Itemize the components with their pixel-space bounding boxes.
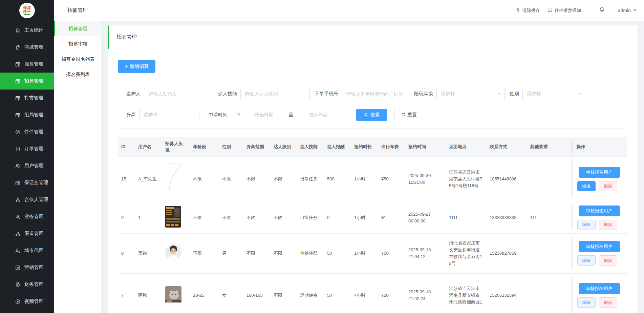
skill-input[interactable]	[240, 88, 310, 100]
column-header: 招募人头像	[162, 137, 190, 156]
sidebar-item[interactable]: 组局管理	[0, 106, 54, 123]
order-phone-input[interactable]	[342, 88, 409, 100]
table-row: 9 1 不限	[118, 202, 627, 233]
edit-button[interactable]: 编辑	[577, 181, 596, 191]
edit-button[interactable]: 编辑	[577, 220, 596, 230]
submenu-item[interactable]: 报名费列表	[54, 67, 101, 82]
edit-button[interactable]: 编辑	[577, 297, 596, 308]
sidebar-nav: 主页统计 商城管理 服务管理 招募管理 打赏管理	[0, 21, 54, 313]
brand-logo: 伴搭 伴子	[19, 3, 35, 18]
clear-cache-button[interactable]: 清除缓存	[515, 7, 540, 14]
sidebar-item[interactable]: 财务管理	[0, 276, 54, 293]
sidebar-item[interactable]: 招募管理	[0, 73, 54, 90]
submenu-item[interactable]: 招募令报名列表	[54, 52, 101, 67]
skill-label: 达人技能	[218, 91, 237, 97]
play-circle-icon	[15, 299, 21, 305]
add-recruitment-button[interactable]: + 新增招募	[118, 60, 155, 73]
sidebar-item[interactable]: 视频管理	[0, 293, 54, 310]
sidebar-item[interactable]: 业务管理	[0, 208, 54, 225]
cell-appoint-time: 2025-09-27 00:00:00	[405, 202, 446, 233]
cell-filler	[569, 202, 573, 233]
cell-filler	[569, 273, 573, 313]
broken-image-icon[interactable]	[165, 162, 184, 196]
sidebar-item[interactable]: 主页统计	[0, 22, 54, 39]
delete-button[interactable]: 删除	[599, 297, 617, 308]
review-applicants-button[interactable]: 审核报名用户	[579, 167, 620, 178]
cell-actions: 审核报名用户 编辑 删除	[573, 233, 627, 273]
column-header: 达人报酬	[324, 137, 351, 156]
column-header: 联系方式	[486, 137, 527, 156]
cell-other	[527, 233, 569, 273]
sidebar-item[interactable]: 城市代理	[0, 242, 54, 259]
page-title: 招募管理	[108, 25, 638, 49]
edit-button[interactable]: 编辑	[577, 255, 596, 266]
sidebar-item[interactable]: 保证金管理	[0, 174, 54, 191]
sidebar-item[interactable]: 用户管理	[0, 157, 54, 174]
cell-talent-pay: 0	[324, 202, 351, 233]
sidebar-item[interactable]: 订单管理	[0, 140, 54, 157]
notifications-bell-button[interactable]	[599, 6, 605, 14]
review-applicants-button[interactable]: 审核报名用户	[579, 283, 620, 294]
order-phone-label: 下单手机号	[315, 91, 338, 97]
sidebar-item-label: 招募管理	[24, 78, 43, 84]
sidebar-item-label: 财务管理	[24, 281, 43, 288]
sidebar-item[interactable]: 伴伴管理	[0, 123, 54, 140]
username: admin	[618, 8, 631, 13]
cell-travel-fee: ¥50	[378, 156, 405, 202]
cell-avatar	[162, 233, 190, 273]
submenu-item[interactable]: 招募管理	[54, 21, 101, 36]
sidebar-item-label: 业务管理	[24, 214, 43, 220]
delete-button[interactable]: 删除	[599, 220, 617, 230]
topbar: 清除缓存 伴伴求救通知 admin	[101, 0, 644, 21]
sidebar-item[interactable]: 营销管理	[0, 259, 54, 276]
share-nodes-icon	[15, 231, 21, 237]
cell-appoint-time: 2025-09-30 11:31:00	[405, 156, 446, 202]
cell-actions: 审核报名用户 编辑 删除	[573, 202, 627, 233]
cell-address: 1111	[446, 202, 486, 233]
apply-time-range-picker[interactable]: 开始日期 至 结束日期	[231, 109, 346, 121]
submenu-item[interactable]: 招募审核	[54, 36, 101, 52]
review-applicants-button[interactable]: 审核报名用户	[579, 206, 620, 216]
avatar-image[interactable]	[165, 286, 181, 305]
avatar-image[interactable]	[165, 206, 181, 230]
submenu-item-label: 招募管理	[69, 26, 88, 32]
sidebar-item-label: 城市代理	[24, 248, 43, 254]
home-icon	[15, 27, 21, 33]
sos-notification-button[interactable]: 伴伴求救通知	[548, 7, 581, 14]
chevron-down-icon	[633, 9, 637, 12]
sidebar-item[interactable]: 服务管理	[0, 56, 54, 73]
delete-button[interactable]: 删除	[599, 255, 617, 266]
sidebar-item-label: 渠道管理	[24, 231, 43, 237]
end-date-placeholder: 结束日期	[295, 112, 342, 118]
date-separator: 至	[287, 112, 295, 118]
refresh-icon	[401, 112, 406, 118]
publisher-input[interactable]	[144, 88, 213, 100]
cell-username: 1	[135, 202, 162, 233]
cell-age-range: 不限	[190, 156, 219, 202]
cell-talent-level: 不限	[270, 202, 297, 233]
companion-level-select[interactable]: 请选择	[436, 88, 505, 100]
review-applicants-button[interactable]: 审核报名用户	[579, 241, 620, 252]
sidebar-item-label: 合伙人管理	[24, 197, 48, 203]
sidebar-item-label: 打赏管理	[24, 95, 43, 101]
sidebar-item[interactable]: 渠道管理	[0, 225, 54, 242]
user-menu[interactable]: admin	[618, 8, 637, 13]
column-header: 出行车费	[378, 137, 405, 156]
gender-select[interactable]: 请选择	[522, 88, 586, 100]
apply-time-label: 申请时间	[209, 112, 228, 118]
reset-button[interactable]: 重置	[394, 109, 423, 121]
height-select[interactable]: 请选择	[139, 109, 199, 121]
publisher-label: 发布人	[126, 91, 141, 97]
table-header-row: ID 用户名 招募人头像 年龄段 性别 身高范围	[118, 137, 627, 156]
delete-button[interactable]: 删除	[599, 181, 617, 191]
avatar-image[interactable]	[165, 244, 181, 262]
sidebar-item-label: 营销管理	[24, 265, 43, 271]
cell-duration: 1小时	[351, 202, 378, 233]
sidebar-item[interactable]: 合伙人管理	[0, 191, 54, 208]
search-button[interactable]: 搜索	[356, 109, 387, 121]
cell-address: 江苏省连云港市灌南县新安镇泰州北路西侧商业1	[446, 273, 486, 313]
cell-gender: 不限	[219, 156, 243, 202]
sidebar-item[interactable]: 商城管理	[0, 39, 54, 56]
sidebar-item[interactable]: 打赏管理	[0, 90, 54, 106]
column-header: 预约时长	[351, 137, 378, 156]
